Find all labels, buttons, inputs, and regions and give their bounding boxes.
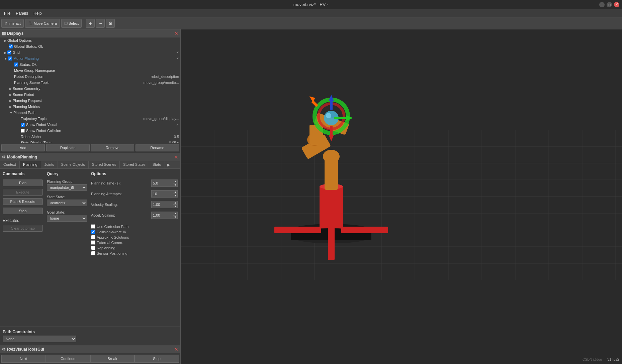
plan-button[interactable]: Plan (3, 179, 43, 186)
accel-scaling-input[interactable] (151, 212, 173, 219)
use-cartesian-path-checkbox[interactable] (91, 224, 95, 229)
path-constraints-select[interactable]: None (3, 336, 76, 342)
next-button[interactable]: Next (1, 355, 46, 363)
planning-time-down[interactable]: ▼ (173, 183, 178, 187)
tree-item-planning-request[interactable]: ▶ Planning Request (0, 98, 180, 104)
accel-scaling-up[interactable]: ▲ (173, 212, 178, 215)
add-button[interactable]: Add (1, 144, 45, 151)
global-status-checkbox[interactable] (9, 44, 13, 48)
tab-joints[interactable]: Joints (41, 161, 58, 168)
replanning-label: Replanning (97, 246, 115, 250)
motion-planning-close-button[interactable]: ✕ (174, 154, 178, 160)
tab-planning[interactable]: Planning (20, 161, 41, 168)
fps-counter: 31 fps2 (607, 357, 619, 361)
planning-time-input[interactable] (151, 179, 173, 187)
collision-aware-ik-checkbox[interactable] (91, 230, 95, 234)
menu-help[interactable]: Help (31, 10, 45, 16)
toolbar-settings-button[interactable]: ⚙ (106, 19, 115, 28)
query-column: Query Planning Group: manipulator_i5 Sta… (47, 171, 87, 324)
displays-tree: ▶ Global Options Global Status: Ok ▶ Gri… (0, 37, 180, 143)
start-state-select[interactable]: <current> (47, 200, 87, 206)
displays-close-button[interactable]: ✕ (174, 31, 178, 36)
tab-stored-scenes[interactable]: Stored Scenes (89, 161, 120, 168)
tree-item-status-ok[interactable]: Status: Ok (0, 62, 180, 68)
planning-attempts-up[interactable]: ▲ (173, 190, 178, 194)
tab-scene-objects[interactable]: Scene Objects (58, 161, 89, 168)
show-robot-collision-checkbox[interactable] (21, 129, 25, 133)
continue-button[interactable]: Continue (46, 355, 90, 363)
tree-item-planning-metrics[interactable]: ▶ Planning Metrics (0, 104, 180, 110)
tree-item-show-robot-visual[interactable]: Show Robot Visual ✓ (0, 122, 180, 128)
tree-item-motion-planning[interactable]: ▼ MotionPlanning ✓ (0, 55, 180, 62)
tab-context[interactable]: Context (0, 161, 20, 168)
planning-attempts-input[interactable] (151, 190, 173, 198)
tab-status[interactable]: Statu (149, 161, 165, 168)
tree-item-global-status[interactable]: Global Status: Ok (0, 43, 180, 49)
tree-item-show-robot-collision[interactable]: Show Robot Collision (0, 128, 180, 134)
clear-octomap-button[interactable]: Clear octomap (3, 225, 43, 232)
goal-state-select[interactable]: home (47, 215, 87, 222)
planning-attempts-down[interactable]: ▼ (173, 194, 178, 198)
sensor-positioning-checkbox[interactable] (91, 251, 95, 255)
rviz-tools-close-button[interactable]: ✕ (174, 347, 178, 352)
sg-expand-icon[interactable]: ▶ (9, 87, 12, 91)
status-ok-checkbox[interactable] (14, 63, 18, 67)
velocity-scaling-up[interactable]: ▲ (173, 201, 178, 205)
titlebar-title: moveit.rviz* - RViz (293, 2, 329, 7)
tree-item-grid[interactable]: ▶ Grid ✓ (0, 49, 180, 55)
tree-item-trajectory-topic[interactable]: Trajectory Topic move_group/display... (0, 116, 180, 122)
tree-item-state-display-time[interactable]: State Display Time 0.05 s (0, 140, 180, 143)
accel-scaling-label: Accel. Scaling: (91, 213, 115, 217)
mp-expand-icon[interactable]: ▼ (4, 57, 7, 60)
plan-execute-button[interactable]: Plan & Execute (3, 198, 43, 205)
sr-expand-icon[interactable]: ▶ (9, 93, 12, 97)
approx-ik-checkbox[interactable] (91, 235, 95, 239)
remove-button[interactable]: Remove (91, 144, 135, 151)
velocity-scaling-input[interactable] (151, 201, 173, 208)
tree-item-scene-robot[interactable]: ▶ Scene Robot (0, 92, 180, 98)
pm-expand-icon[interactable]: ▶ (9, 105, 12, 109)
expand-icon[interactable]: ▶ (4, 39, 7, 42)
planning-time-up[interactable]: ▲ (173, 179, 178, 183)
svg-rect-45 (334, 117, 346, 119)
execute-button[interactable]: Execute (3, 189, 43, 196)
show-robot-visual-checkbox[interactable] (21, 123, 25, 127)
tab-more-button[interactable]: ▶ (165, 161, 172, 168)
tab-stored-states[interactable]: Stored States (120, 161, 149, 168)
tree-item-robot-alpha[interactable]: Robot Alpha 0.5 (0, 134, 180, 140)
tree-item-robot-desc[interactable]: Robot Description robot_description (0, 74, 180, 80)
break-button[interactable]: Break (90, 355, 135, 363)
tree-item-global-options[interactable]: ▶ Global Options (0, 37, 180, 43)
grid-expand-icon[interactable]: ▶ (4, 51, 7, 54)
move-camera-button[interactable]: 🎥 Move Camera (25, 19, 60, 28)
menu-file[interactable]: File (1, 10, 13, 16)
toolbar-plus-button[interactable]: + (86, 19, 95, 28)
tree-item-scene-geometry[interactable]: ▶ Scene Geometry (0, 86, 180, 92)
toolbar-minus-button[interactable]: − (96, 19, 105, 28)
stop-rviz-button[interactable]: Stop (135, 355, 179, 363)
grid-checkbox[interactable] (7, 50, 11, 54)
goal-state-row: Goal State: home (47, 210, 87, 222)
stop-button[interactable]: Stop (3, 208, 43, 214)
planning-group-select[interactable]: manipulator_i5 (47, 184, 87, 191)
svg-rect-49 (312, 100, 318, 107)
pp-expand-icon[interactable]: ▼ (9, 111, 13, 115)
accel-scaling-down[interactable]: ▼ (173, 215, 178, 219)
maximize-button[interactable]: □ (607, 2, 612, 7)
velocity-scaling-down[interactable]: ▼ (173, 205, 178, 208)
interact-button[interactable]: ⊕ Interact (1, 19, 24, 28)
menu-panels[interactable]: Panels (13, 10, 31, 16)
minimize-button[interactable]: − (599, 2, 605, 7)
tree-item-planning-scene-topic[interactable]: Planning Scene Topic move_group/monito..… (0, 80, 180, 86)
pr-expand-icon[interactable]: ▶ (9, 99, 12, 103)
motion-planning-checkbox[interactable] (8, 56, 12, 60)
tree-item-move-group-ns[interactable]: Move Group Namespace (0, 68, 180, 74)
replanning-checkbox[interactable] (91, 246, 95, 250)
duplicate-button[interactable]: Duplicate (46, 144, 90, 151)
tree-item-planned-path[interactable]: ▼ Planned Path (0, 110, 180, 116)
close-button[interactable]: ✕ (614, 2, 619, 7)
rename-button[interactable]: Rename (136, 144, 179, 151)
3d-viewport[interactable]: 31 fps2 CSDN @dou (181, 29, 622, 364)
select-button[interactable]: ▢ Select (61, 19, 82, 28)
external-comm-checkbox[interactable] (91, 240, 95, 245)
